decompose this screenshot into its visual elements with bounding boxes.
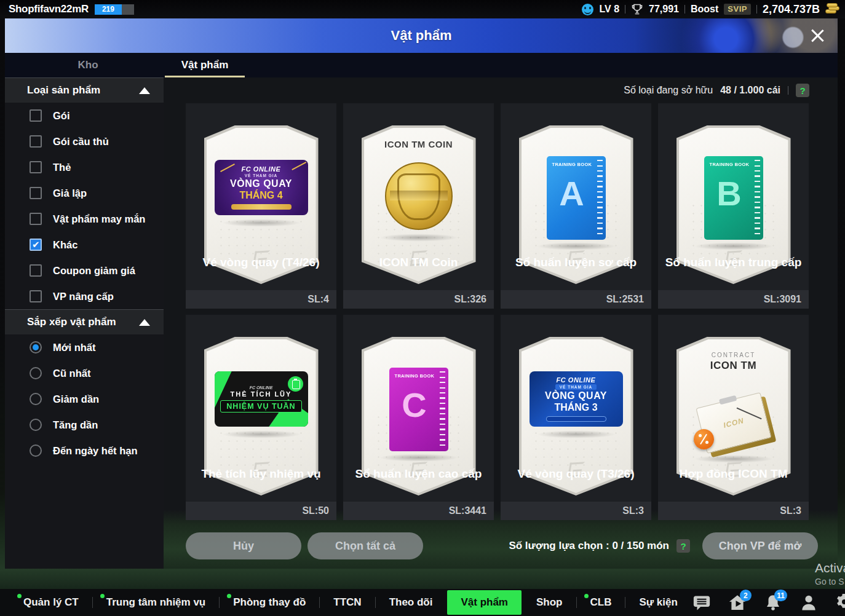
section-product-type[interactable]: Loại sản phẩm (5, 77, 164, 103)
coins-icon (825, 3, 840, 15)
nav-ttcn[interactable]: TTCN (320, 589, 375, 616)
sort-moi-nhat[interactable]: Mới nhất (5, 334, 164, 360)
cancel-button[interactable]: Hủy (186, 532, 301, 559)
gold-coin-art (385, 162, 453, 230)
item-tile-so-huan-luyen-cao-cap[interactable]: TRAINING BOOK C Sổ huấn luyện cao cấp SL… (343, 315, 494, 520)
filter-goi[interactable]: Gói (5, 103, 164, 128)
nav-quan-ly-ct[interactable]: Quản lý CT (10, 589, 92, 616)
spin-ticket-art: FC ONLINE VÉ THAM GIA VÒNG QUAY THÁNG 3 (530, 371, 623, 427)
items-main-area: Số loại đang sở hữu 48 / 1.000 cái ? FC … (164, 77, 838, 569)
sort-den-ngay-het-han[interactable]: Đến ngày hết hạn (5, 438, 164, 464)
nav-trung-tam-nhiem-vu[interactable]: Trung tâm nhiệm vụ (93, 589, 220, 616)
owned-count-row: Số loại đang sở hữu 48 / 1.000 cái ? (164, 77, 838, 103)
items-panel: Vật phẩm Kho Vật phẩm Loại sản phẩm Gói … (5, 18, 838, 569)
help-icon[interactable]: ? (796, 84, 809, 97)
item-count: SL:50 (302, 505, 329, 516)
tab-kho[interactable]: Kho (30, 53, 146, 77)
item-count-bar: SL:50 (186, 502, 336, 520)
settings-gear-icon[interactable] (834, 592, 845, 613)
checkbox-icon (30, 290, 42, 302)
nav-su-kien[interactable]: Sự kiện (625, 589, 691, 616)
item-count-bar: SL:3 (501, 502, 651, 520)
item-tile-hop-dong-icon-tm[interactable]: CONTRACT ICON TM ICON Hợp đồng ICON TM (658, 315, 809, 520)
item-count: SL:3091 (764, 294, 801, 305)
item-count-bar: SL:326 (343, 290, 494, 309)
nav-theo-doi[interactable]: Theo dõi (376, 589, 446, 616)
checkbox-icon (30, 135, 42, 148)
profile-icon[interactable] (798, 592, 819, 613)
item-tile-ve-vong-quay-t4[interactable]: FC ONLINE VÉ THAM GIA VÒNG QUAY THÁNG 4 … (186, 103, 336, 309)
discount-badge-icon (694, 429, 714, 449)
art-shadow (536, 430, 617, 438)
collapse-arrow-icon (139, 319, 150, 326)
nav-clb[interactable]: CLB (577, 589, 625, 616)
tab-label: Kho (77, 59, 98, 71)
item-count-bar: SL:3441 (343, 502, 494, 520)
filter-vp-nang-cap[interactable]: VP nâng cấp (5, 283, 164, 309)
filter-coupon-giam-gia[interactable]: Coupon giảm giá (5, 258, 164, 283)
art-shadow (693, 455, 774, 463)
item-tile-ve-vong-quay-t3[interactable]: FC ONLINE VÉ THAM GIA VÒNG QUAY THÁNG 3 … (501, 315, 651, 520)
trophy-icon (631, 3, 643, 15)
nav-vat-pham[interactable]: Vật phẩm (447, 590, 522, 615)
tab-vat-pham[interactable]: Vật phẩm (146, 53, 263, 77)
divider (756, 5, 757, 14)
tab-label: Vật phẩm (181, 59, 229, 71)
item-count: SL:326 (454, 294, 486, 305)
section-sort[interactable]: Sắp xếp vật phẩm (5, 309, 164, 334)
filter-gia-lap[interactable]: Giả lập (5, 180, 164, 206)
notification-dot (584, 594, 589, 598)
clipboard-icon (288, 376, 303, 392)
art-shadow (221, 430, 302, 438)
selection-count-label: Số lượng lựa chọn : 0 / 150 món (509, 540, 669, 552)
sort-tang-dan[interactable]: Tăng dần (5, 412, 164, 438)
owned-value: 48 / 1.000 cái (720, 85, 780, 96)
windows-activation-watermark: Activa Go to S (815, 561, 845, 586)
item-count-bar: SL:3 (658, 502, 809, 520)
home-badge: 2 (740, 590, 752, 601)
currency-amount: 2,704.737B (763, 3, 820, 16)
spiral-binding (755, 160, 760, 236)
close-icon[interactable] (808, 26, 827, 45)
select-all-button[interactable]: Chọn tất cả (307, 532, 423, 559)
filter-goi-cau-thu[interactable]: Gói cầu thủ (5, 128, 164, 154)
level-label: LV 8 (599, 4, 619, 15)
profile-smiley-icon (582, 4, 593, 15)
level-progress-value: 219 (95, 4, 122, 15)
panel-title: Vật phẩm (5, 18, 838, 53)
owned-label: Số loại đang sở hữu (624, 85, 713, 96)
bell-icon[interactable]: 11 (763, 592, 784, 613)
filter-vat-pham-may-man[interactable]: Vật phẩm may mắn (5, 206, 164, 232)
boost-label: Boost (691, 4, 718, 15)
sort-giam-dan[interactable]: Giảm dần (5, 386, 164, 412)
notification-dot (17, 594, 22, 598)
filter-khac[interactable]: Khác (5, 232, 164, 258)
radio-icon (30, 393, 42, 405)
help-icon[interactable]: ? (676, 539, 690, 553)
item-count: SL:3441 (449, 505, 486, 516)
trophy-count: 77,991 (649, 4, 679, 15)
art-shadow (378, 234, 459, 242)
radio-icon (30, 419, 42, 431)
item-tile-icon-tm-coin[interactable]: ICON TM COIN ICON TM Coin SL:326 (343, 103, 494, 309)
filter-the[interactable]: Thẻ (5, 154, 164, 180)
ticket-banner (231, 204, 292, 210)
spiral-binding (597, 160, 603, 236)
username: Shopfifavn22mR (9, 3, 89, 15)
item-tile-so-huan-luyen-trung-cap[interactable]: TRAINING BOOK B Sổ huấn luyện trung cấp … (658, 103, 809, 309)
item-tile-the-tich-luy-nhiem-vu[interactable]: FC ONLINE THẺ TÍCH LŨY NHIỆM VỤ TUẦN Thẻ… (186, 315, 336, 520)
notification-dot (227, 594, 231, 598)
item-tile-so-huan-luyen-so-cap[interactable]: TRAINING BOOK A Sổ huấn luyện sơ cấp SL:… (501, 103, 651, 309)
items-grid: FC ONLINE VÉ THAM GIA VÒNG QUAY THÁNG 4 … (186, 103, 809, 520)
item-name: Sổ huấn luyện sơ cấp (504, 256, 648, 269)
open-items-button[interactable]: Chọn VP để mở (702, 532, 818, 559)
bell-badge: 11 (774, 590, 787, 601)
chat-icon[interactable] (691, 592, 712, 613)
spiral-binding (440, 371, 445, 448)
sort-cu-nhat[interactable]: Cũ nhất (5, 360, 164, 386)
item-name: Hợp đồng ICON TM (662, 467, 805, 481)
nav-shop[interactable]: Shop (523, 589, 576, 616)
home-icon[interactable]: 2 (727, 592, 748, 613)
item-count: SL:4 (307, 294, 329, 305)
nav-phong-thay-do[interactable]: Phòng thay đồ (220, 589, 319, 616)
